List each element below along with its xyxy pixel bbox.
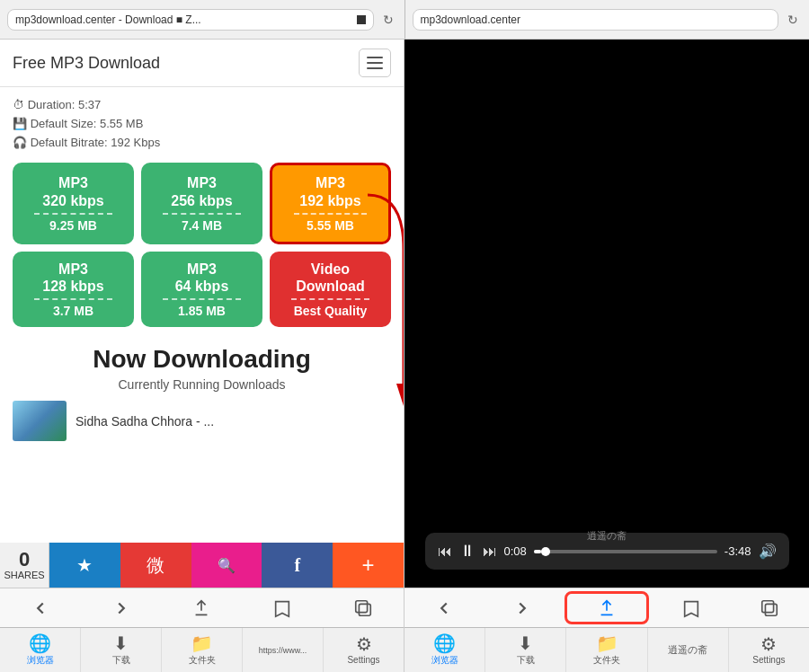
left-address-bar[interactable]: mp3download.center - Download ■ Z... [7,9,374,31]
tab-download-right[interactable]: ⬇ 下载 [485,628,566,672]
browser-label: 浏览器 [27,654,54,667]
tab-watermark-right: 逍遥の斋 [648,628,729,672]
mp3-256-type: MP3 [187,174,217,191]
left-tab-bar: 🌐 浏览器 ⬇ 下载 📁 文件夹 https://www... ⚙ Settin… [0,627,404,672]
svg-marker-0 [396,384,404,406]
share-weibo-button[interactable]: 微 [120,543,191,588]
progress-dot [541,547,550,556]
tab-browser-right[interactable]: 🌐 浏览器 [404,628,485,672]
download-label: 下载 [112,654,130,667]
forward-button[interactable]: ⏭ [483,544,497,560]
left-forward-button[interactable] [81,588,162,627]
hamburger-line-1 [367,57,383,58]
size-info: 💾 Default Size: 5.55 MB [13,115,391,134]
right-bottom-nav [404,588,809,627]
right-reload-button[interactable]: ↻ [784,11,802,29]
right-address-bar[interactable]: mp3download.center [413,9,779,31]
left-nav-title: Free MP3 Download [13,54,160,73]
hamburger-line-3 [367,67,383,69]
volume-button[interactable]: 🔊 [759,543,777,560]
hamburger-button[interactable] [359,49,391,77]
left-tabs-button[interactable] [323,588,404,627]
video-best-button[interactable]: Video Download Best Quality [270,252,391,327]
share-bar: 0 SHARES ★ 微 🔍 f + [0,543,404,588]
left-browser-panel: mp3download.center - Download ■ Z... ↻ [0,0,404,40]
right-share-button[interactable] [565,591,649,624]
mp3-192-type: MP3 [316,174,345,191]
share-count-label: SHARES [4,570,44,580]
mp3-128-kbps: 128 kbps [42,278,103,295]
rewind-button[interactable]: ⏮ [438,544,452,560]
loading-indicator [357,15,366,24]
tab-files-right[interactable]: 📁 文件夹 [566,628,647,672]
video-quality-label: Best Quality [294,304,368,318]
mp3-256-divider [163,213,240,215]
right-browser-panel: mp3download.center ↻ [404,0,810,40]
tab-files-left[interactable]: 📁 文件夹 [162,628,243,672]
left-back-button[interactable] [0,588,81,627]
tab-settings-left[interactable]: ⚙ Settings [324,628,404,672]
tab-url-left[interactable]: https://www... [243,628,324,672]
mp3-320-button[interactable]: MP3 320 kbps 9.25 MB [13,163,134,243]
now-downloading-section: Now Downloading Currently Running Downlo… [13,345,391,441]
video-area: ⏮ ⏸ ⏭ 0:08 -3:48 🔊 逍遥の斋 [404,40,809,588]
right-bookmarks-button[interactable] [652,588,731,627]
mp3-256-size: 7.4 MB [182,218,222,233]
left-bottom-nav-left [0,588,404,627]
mp3-128-divider [34,298,111,300]
now-downloading-heading: Now Downloading [13,345,391,374]
share-star-button[interactable]: ★ [49,543,120,588]
mp3-192-button[interactable]: MP3 192 kbps 5.55 MB [270,163,391,243]
svg-rect-3 [762,600,774,612]
share-search-button[interactable]: 🔍 [191,543,262,588]
right-tabs-button[interactable] [730,588,809,627]
right-tab-bar: 🌐 浏览器 ⬇ 下载 📁 文件夹 逍遥の斋 ⚙ Settings [404,627,809,672]
mp3-128-size: 3.7 MB [53,304,93,318]
left-body: ⏱ Duration: 5:37 💾 Default Size: 5.55 MB… [0,87,404,543]
right-address-text: mp3download.center [421,13,520,26]
info-section: ⏱ Duration: 5:37 💾 Default Size: 5.55 MB… [13,96,391,152]
files-label-right: 文件夹 [593,654,620,667]
right-panel: ⏮ ⏸ ⏭ 0:08 -3:48 🔊 逍遥の斋 [404,40,809,672]
mp3-256-kbps: 256 kbps [171,192,232,209]
mp3-192-size: 5.55 MB [307,218,354,233]
tab-settings-right[interactable]: ⚙ Settings [729,628,809,672]
left-bookmarks-button[interactable] [242,588,323,627]
settings-label-left: Settings [347,655,379,665]
progress-bar[interactable] [534,550,717,553]
pause-button[interactable]: ⏸ [459,542,476,561]
mp3-320-divider [34,213,111,215]
remaining-time: -3:48 [725,544,751,558]
duration-info: ⏱ Duration: 5:37 [13,96,391,115]
settings-icon-left: ⚙ [356,635,372,653]
share-count-number: 0 [19,550,30,570]
mp3-256-button[interactable]: MP3 256 kbps 7.4 MB [141,163,262,243]
browser-icon-right: 🌐 [433,634,456,652]
right-forward-button[interactable] [484,588,563,627]
left-share-button[interactable] [162,588,243,627]
progress-fill [534,550,541,553]
audio-player: ⏮ ⏸ ⏭ 0:08 -3:48 🔊 [425,533,789,570]
mp3-64-type: MP3 [187,261,217,278]
mp3-128-button[interactable]: MP3 128 kbps 3.7 MB [13,252,134,327]
share-buttons: ★ 微 🔍 f + [49,543,404,588]
download-thumbnail [13,401,67,441]
mp3-192-divider [294,213,368,215]
left-address-text: mp3download.center - Download ■ Z... [15,13,201,26]
svg-rect-2 [359,604,370,615]
mp3-64-button[interactable]: MP3 64 kbps 1.85 MB [141,252,262,327]
left-reload-button[interactable]: ↻ [379,11,397,29]
share-plus-button[interactable]: + [333,543,404,588]
mp3-320-kbps: 320 kbps [42,192,103,209]
tab-browser-left[interactable]: 🌐 浏览器 [0,628,81,672]
url-label: https://www... [259,646,307,655]
tab-download-left[interactable]: ⬇ 下载 [81,628,162,672]
right-back-button[interactable] [404,588,484,627]
browser-chrome: mp3download.center - Download ■ Z... ↻ m… [0,0,809,40]
current-time: 0:08 [504,544,527,558]
download-track-title: Sidha Sadha Chhora - ... [76,414,214,429]
share-facebook-button[interactable]: f [262,543,333,588]
files-label: 文件夹 [189,654,216,667]
mp3-64-size: 1.85 MB [178,304,226,318]
files-icon: 📁 [191,634,213,652]
